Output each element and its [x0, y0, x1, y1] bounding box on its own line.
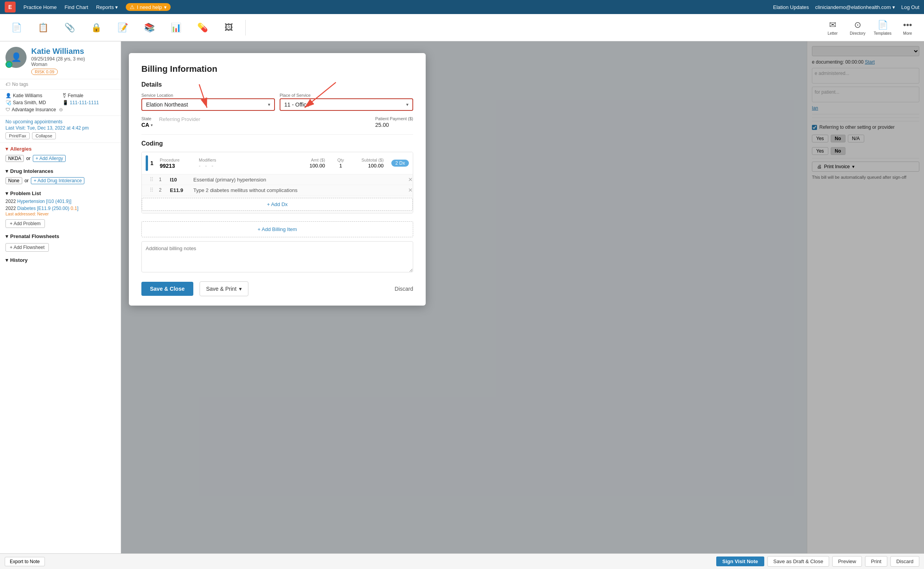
- service-location-arrow-icon: ▾: [268, 102, 270, 107]
- modifier-2[interactable]: -: [205, 163, 207, 169]
- elation-logo[interactable]: E: [5, 2, 16, 12]
- billing-notes-textarea[interactable]: [141, 241, 413, 272]
- insurance-minus-icon: ⊖: [59, 107, 63, 112]
- doc-icon: 📋: [38, 23, 48, 33]
- service-location-group: Service Location Elation Northeast ▾: [141, 93, 275, 111]
- details-row: Service Location Elation Northeast ▾ Pla…: [141, 93, 413, 111]
- toolbar-letter-btn[interactable]: ✉ Letter: [821, 16, 844, 39]
- bottom-bar: Export to Note Sign Visit Note Save as D…: [0, 553, 924, 569]
- toolbar-stack-btn[interactable]: 📚: [137, 16, 161, 39]
- dx-num-1: 1: [159, 177, 166, 182]
- history-chevron-icon: ▾: [5, 257, 8, 263]
- add-drug-intolerance-button[interactable]: + Add Drug Intolerance: [31, 177, 84, 184]
- toolbar-more-btn[interactable]: ••• More: [896, 16, 919, 39]
- problem-list-title: Problem List: [10, 190, 41, 196]
- toolbar-templates-btn[interactable]: 📄 Templates: [871, 16, 894, 39]
- gender-icon: ⚧: [62, 93, 66, 98]
- globe-badge: 🌐: [5, 61, 12, 68]
- patient-details: 👤 Katie Williams ⚧ Female 🩺 Sara Smith, …: [0, 90, 121, 116]
- patient-name: Katie Williams: [31, 47, 115, 56]
- sign-visit-note-button[interactable]: Sign Visit Note: [716, 557, 765, 566]
- phone-icon: 📱: [62, 100, 68, 105]
- save-as-draft-button[interactable]: Save as Draft & Close: [767, 556, 829, 567]
- dx-remove-1[interactable]: ✕: [408, 176, 413, 183]
- dx-num-2: 2: [159, 187, 166, 193]
- preview-button[interactable]: Preview: [832, 556, 862, 567]
- problem-list-chevron-icon: ▾: [5, 190, 8, 196]
- patient-provider: Sara Smith, MD: [13, 100, 46, 105]
- problem-year-1: 2022: [5, 199, 17, 204]
- allergies-section-header[interactable]: ▾ Allergies: [0, 143, 121, 153]
- add-allergy-button[interactable]: + Add Allergy: [33, 155, 66, 162]
- problem-link-1[interactable]: Hypertension [I10 (401.9)]: [17, 199, 71, 204]
- patient-insurance: Advantage Insurance: [12, 107, 56, 112]
- discard-button[interactable]: Discard: [395, 286, 413, 292]
- print-fax-button[interactable]: Print/Fax: [5, 132, 30, 139]
- state-arrow-icon: ▾: [151, 123, 153, 127]
- patient-gender: Woman: [31, 62, 115, 67]
- dx-count-badge[interactable]: 2 Dx: [391, 160, 409, 167]
- toolbar-img-btn[interactable]: 🖼: [217, 16, 241, 39]
- add-dx-button[interactable]: + Add Dx: [142, 198, 413, 211]
- coding-row-num: 1: [150, 160, 157, 166]
- problem-link-2[interactable]: Diabetes [E11.9 (250.00) 0.1]: [17, 206, 78, 211]
- nav-updates[interactable]: Elation Updates: [773, 4, 809, 10]
- service-location-select[interactable]: Elation Northeast ▾: [141, 98, 275, 111]
- dx-remove-2[interactable]: ✕: [408, 187, 413, 193]
- modal-footer: Save & Close Save & Print ▾ Discard: [141, 281, 413, 296]
- nav-find-chart[interactable]: Find Chart: [64, 4, 88, 10]
- details-section-title: Details: [141, 81, 413, 88]
- tags-row: 🏷 No tags: [0, 79, 121, 90]
- nav-logout[interactable]: Log Out: [901, 4, 919, 10]
- amt-value[interactable]: 100.00: [298, 163, 325, 169]
- add-billing-item-button[interactable]: + Add Billing Item: [141, 221, 413, 237]
- modifier-1[interactable]: -: [199, 163, 200, 169]
- nav-practice-home[interactable]: Practice Home: [23, 4, 57, 10]
- appointments-section: No upcoming appointments Last Visit: Tue…: [0, 116, 121, 143]
- qty-value[interactable]: 1: [333, 163, 348, 169]
- right-panel: Billing Information Details Service Loca…: [121, 41, 924, 553]
- place-of-service-select[interactable]: 11 - Office ▾: [280, 98, 413, 111]
- toolbar-pill-btn[interactable]: 💊: [191, 16, 214, 39]
- main-layout: 👤 🌐 Katie Williams 09/25/1994 (28 yrs, 3…: [0, 41, 924, 553]
- state-label: State: [141, 116, 153, 121]
- add-flowsheet-button[interactable]: + Add Flowsheet: [5, 243, 49, 252]
- top-nav: E Practice Home Find Chart Reports ▾ ⚠ I…: [0, 0, 924, 14]
- collapse-button[interactable]: Collapse: [32, 132, 56, 139]
- referring-provider-input[interactable]: Referring Provider: [159, 116, 369, 122]
- save-print-button[interactable]: Save & Print ▾: [200, 281, 248, 296]
- prenatal-section-header[interactable]: ▾ Prenatal Flowsheets: [0, 230, 121, 241]
- toolbar-chart-btn[interactable]: 📊: [164, 16, 187, 39]
- add-problem-button[interactable]: + Add Problem: [5, 219, 45, 228]
- patient-payment-value: 25.00: [375, 122, 413, 128]
- history-section-header[interactable]: ▾ History: [0, 254, 121, 265]
- patient-phone[interactable]: 111-111-1111: [70, 100, 99, 105]
- toolbar-lock-btn[interactable]: 🔒: [84, 16, 108, 39]
- toolbar-doc-btn[interactable]: 📋: [31, 16, 55, 39]
- toolbar-list-btn[interactable]: 📝: [111, 16, 134, 39]
- problem-list-section-header[interactable]: ▾ Problem List: [0, 187, 121, 198]
- print-button[interactable]: Print: [865, 556, 887, 567]
- nav-help[interactable]: ⚠ I need help ▾: [126, 3, 170, 11]
- procedure-code[interactable]: 99213: [160, 163, 191, 169]
- problem-year-2: 2022: [5, 206, 17, 211]
- save-close-button[interactable]: Save & Close: [141, 282, 193, 296]
- last-visit: Last Visit: Tue, Dec 13, 2022 at 4:42 pm: [5, 125, 115, 131]
- nav-user-email[interactable]: cliniciandemo@elationhealth.com ▾: [815, 4, 895, 10]
- patient-gender2: Female: [68, 93, 84, 98]
- toolbar: 📄 📋 📎 🔒 📝 📚 📊 💊 🖼 ✉ Letter ⊙ Directory 📄: [0, 14, 924, 41]
- bottom-discard-button[interactable]: Discard: [890, 556, 919, 567]
- nav-reports[interactable]: Reports ▾: [96, 4, 118, 10]
- subtotal-label: Subtotal ($): [356, 158, 384, 162]
- toolbar-note-btn[interactable]: 📄: [5, 16, 28, 39]
- drug-intolerances-section-header[interactable]: ▾ Drug Intolerances: [0, 165, 121, 176]
- toolbar-clip-btn[interactable]: 📎: [58, 16, 81, 39]
- directory-icon: ⊙: [854, 20, 861, 30]
- place-of-service-value: 11 - Office: [284, 101, 309, 108]
- dx-item-2: ⠿ 2 E11.9 Type 2 diabetes mellitus witho…: [142, 185, 413, 196]
- toolbar-directory-btn[interactable]: ⊙ Directory: [846, 16, 869, 39]
- modifier-3[interactable]: -: [212, 163, 213, 169]
- procedure-label: Procedure: [160, 158, 191, 162]
- export-to-note-button[interactable]: Export to Note: [5, 557, 45, 566]
- state-select[interactable]: CA ▾: [141, 122, 153, 128]
